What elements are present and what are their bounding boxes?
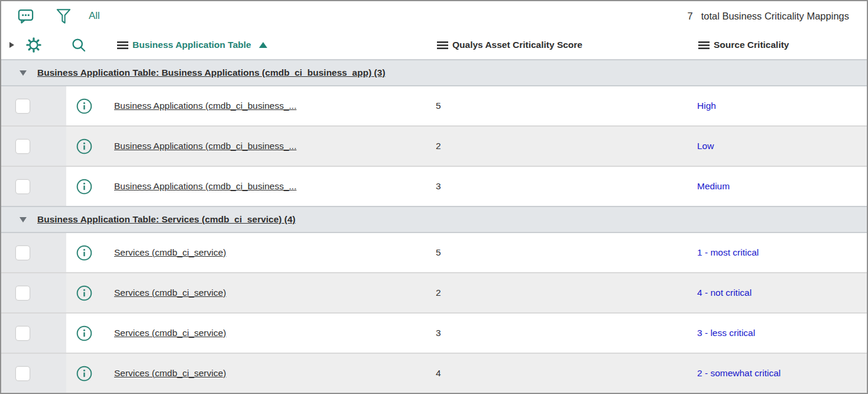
table-row: Business Applications (cmdb_ci_business_… xyxy=(1,166,867,206)
row-select-cell xyxy=(1,86,66,125)
criticality-cell: 2 - somewhat critical xyxy=(697,368,867,379)
search-icon[interactable] xyxy=(70,37,87,53)
table-row: Business Applications (cmdb_ci_business_… xyxy=(1,125,867,166)
info-icon[interactable] xyxy=(76,245,92,261)
info-icon[interactable] xyxy=(76,179,92,195)
record-link[interactable]: Services (cmdb_ci_service) xyxy=(114,368,226,379)
criticality-cell: Low xyxy=(697,141,867,151)
score-cell: 5 xyxy=(436,101,697,111)
record-link[interactable]: Services (cmdb_ci_service) xyxy=(114,288,226,298)
expand-all-icon[interactable] xyxy=(9,42,14,48)
info-icon[interactable] xyxy=(76,138,92,154)
column-menu-icon[interactable] xyxy=(698,41,710,50)
group-header-business-applications[interactable]: Business Application Table: Business App… xyxy=(1,59,867,86)
record-cell: Services (cmdb_ci_service) xyxy=(66,285,436,301)
criticality-cell: 3 - less critical xyxy=(697,328,867,338)
row-checkbox[interactable] xyxy=(15,326,30,341)
info-icon[interactable] xyxy=(76,98,92,114)
row-checkbox[interactable] xyxy=(15,179,30,194)
row-select-cell xyxy=(1,127,66,166)
score-cell: 3 xyxy=(436,328,697,338)
row-checkbox[interactable] xyxy=(15,139,30,154)
record-link[interactable]: Business Applications (cmdb_ci_business_… xyxy=(114,141,296,151)
record-link[interactable]: Services (cmdb_ci_service) xyxy=(114,328,226,338)
score-cell: 3 xyxy=(436,181,697,192)
gear-icon[interactable] xyxy=(25,37,42,53)
row-select-cell xyxy=(1,273,66,312)
row-checkbox[interactable] xyxy=(15,99,30,114)
group-collapse-icon[interactable] xyxy=(20,70,27,76)
row-select-cell xyxy=(1,314,66,353)
record-cell: Services (cmdb_ci_service) xyxy=(66,366,436,382)
criticality-link[interactable]: 1 - most critical xyxy=(697,247,759,257)
record-cell: Services (cmdb_ci_service) xyxy=(66,245,436,261)
record-link[interactable]: Business Applications (cmdb_ci_business_… xyxy=(114,181,296,192)
column-label-source-criticality[interactable]: Source Criticality xyxy=(714,40,789,50)
record-link[interactable]: Services (cmdb_ci_service) xyxy=(114,247,226,258)
group-label[interactable]: Business Application Table: Services (cm… xyxy=(37,214,296,225)
row-checkbox[interactable] xyxy=(15,286,30,301)
row-select-cell xyxy=(1,167,66,206)
criticality-link[interactable]: 4 - not critical xyxy=(697,288,752,298)
column-menu-icon[interactable] xyxy=(117,41,128,50)
column-header-row: Business Application Table Qualys Asset … xyxy=(1,31,867,59)
row-checkbox[interactable] xyxy=(15,246,30,260)
table-row: Services (cmdb_ci_service) 4 2 - somewha… xyxy=(1,353,867,393)
column-menu-icon[interactable] xyxy=(437,41,448,50)
info-icon[interactable] xyxy=(76,285,92,301)
score-cell: 2 xyxy=(436,141,697,151)
header-gutter xyxy=(1,37,66,53)
table-row: Services (cmdb_ci_service) 5 1 - most cr… xyxy=(1,233,867,272)
sort-ascending-icon xyxy=(259,42,267,48)
row-checkbox[interactable] xyxy=(15,366,30,381)
criticality-link[interactable]: High xyxy=(697,101,716,111)
column-label-qualys-score[interactable]: Qualys Asset Criticality Score xyxy=(452,40,582,50)
group-label[interactable]: Business Application Table: Business App… xyxy=(37,67,386,78)
table-row: Services (cmdb_ci_service) 3 3 - less cr… xyxy=(1,312,867,353)
group-collapse-icon[interactable] xyxy=(20,217,27,222)
table-row: Services (cmdb_ci_service) 2 4 - not cri… xyxy=(1,272,867,312)
header-col-qualys-score: Qualys Asset Criticality Score xyxy=(436,40,697,50)
chat-icon[interactable] xyxy=(17,7,35,25)
score-cell: 5 xyxy=(436,247,697,258)
criticality-cell: 4 - not critical xyxy=(697,288,867,298)
business-criticality-mappings-list: All 7 total Business Criticality Mapping… xyxy=(0,0,868,394)
record-cell: Services (cmdb_ci_service) xyxy=(66,325,436,341)
table-row: Business Applications (cmdb_ci_business_… xyxy=(1,86,867,125)
total-count: 7 xyxy=(687,11,692,22)
info-icon[interactable] xyxy=(76,366,92,382)
filter-scope-all[interactable]: All xyxy=(89,10,100,22)
info-icon[interactable] xyxy=(76,325,92,341)
record-link[interactable]: Business Applications (cmdb_ci_business_… xyxy=(114,101,296,111)
criticality-cell: High xyxy=(697,101,867,111)
criticality-link[interactable]: 3 - less critical xyxy=(697,328,755,338)
score-cell: 4 xyxy=(436,368,697,379)
record-cell: Business Applications (cmdb_ci_business_… xyxy=(66,98,436,114)
row-select-cell xyxy=(1,354,66,393)
criticality-link[interactable]: 2 - somewhat critical xyxy=(697,368,780,378)
record-cell: Business Applications (cmdb_ci_business_… xyxy=(66,138,436,154)
list-toolbar: All 7 total Business Criticality Mapping… xyxy=(1,1,867,31)
score-cell: 2 xyxy=(436,288,697,298)
filter-icon[interactable] xyxy=(55,7,72,25)
total-count-label: total Business Criticality Mappings xyxy=(701,11,849,22)
criticality-link[interactable]: Low xyxy=(697,141,714,151)
criticality-cell: Medium xyxy=(697,181,867,192)
group-header-services[interactable]: Business Application Table: Services (cm… xyxy=(1,206,867,233)
header-col-source-criticality: Source Criticality xyxy=(697,40,867,50)
row-select-cell xyxy=(1,233,66,272)
column-label-business-application-table[interactable]: Business Application Table xyxy=(132,40,251,50)
criticality-link[interactable]: Medium xyxy=(697,181,730,191)
header-col-business-application-table: Business Application Table xyxy=(66,37,436,53)
criticality-cell: 1 - most critical xyxy=(697,247,867,258)
record-cell: Business Applications (cmdb_ci_business_… xyxy=(66,179,436,195)
